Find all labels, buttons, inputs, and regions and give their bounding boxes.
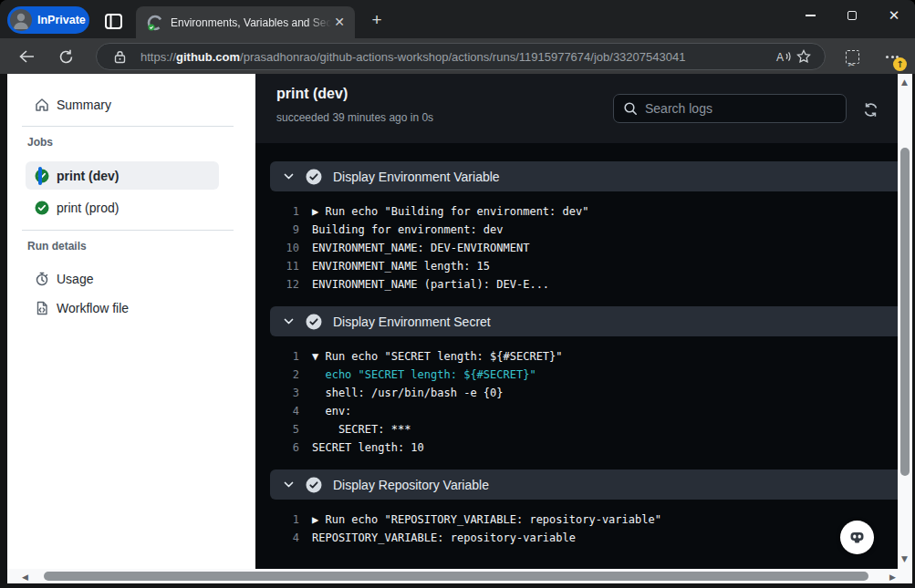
- sidebar-item-summary[interactable]: Summary: [22, 91, 241, 119]
- job-status-text: succeeded 39 minutes ago in 0s: [276, 111, 433, 124]
- step-title: Display Repository Variable: [333, 478, 489, 492]
- close-button[interactable]: ✕: [873, 0, 915, 31]
- profile-avatar-icon: [10, 9, 32, 31]
- log-sections: Display Environment Variable 1 ▶ Run ech…: [270, 161, 898, 560]
- vertical-scrollbar[interactable]: ▲ ▼: [898, 74, 912, 569]
- address-bar[interactable]: https://github.com/prasadhonrao/github-a…: [96, 43, 826, 70]
- line-number[interactable]: 10: [270, 239, 312, 257]
- url-scheme: https://: [140, 50, 176, 64]
- log-line: 9 Building for environment: dev: [270, 221, 898, 239]
- scroll-down-icon[interactable]: ▼: [901, 554, 908, 563]
- maximize-button[interactable]: [831, 0, 873, 31]
- summary-label: Summary: [57, 98, 111, 112]
- horizontal-scrollbar[interactable]: ◀ ▶: [7, 569, 912, 583]
- sidebar-job-print-dev[interactable]: print (dev): [26, 161, 219, 190]
- line-number[interactable]: 4: [270, 402, 312, 420]
- log-header: print (dev) succeeded 39 minutes ago in …: [255, 74, 898, 143]
- usage-label: Usage: [57, 272, 93, 286]
- vertical-scroll-thumb[interactable]: [900, 148, 910, 476]
- log-pane: print (dev) succeeded 39 minutes ago in …: [255, 74, 898, 569]
- line-text: ▶ Run echo "Building for environment: de…: [312, 202, 588, 221]
- job-label: print (prod): [57, 201, 119, 215]
- new-tab-button[interactable]: +: [365, 9, 389, 31]
- tab-title: Environments, Variables and Secre: [171, 16, 331, 29]
- chevron-down-icon[interactable]: [283, 170, 295, 182]
- active-tab[interactable]: Environments, Variables and Secre ✕: [136, 6, 355, 38]
- window-bottom-edge: [0, 583, 915, 588]
- log-line: 5 SECRET: ***: [270, 420, 898, 438]
- inprivate-label: InPrivate: [37, 14, 86, 26]
- jobs-section-label: Jobs: [27, 136, 53, 149]
- scroll-left-icon[interactable]: ◀: [22, 573, 28, 582]
- github-favicon-icon: [147, 15, 163, 31]
- line-text: SECRET: ***: [312, 420, 411, 438]
- line-number[interactable]: 11: [270, 257, 312, 275]
- line-number[interactable]: 6: [270, 438, 312, 457]
- step-header[interactable]: Display Environment Variable: [270, 161, 898, 191]
- inprivate-badge[interactable]: InPrivate: [7, 6, 89, 34]
- line-number[interactable]: 1: [270, 347, 312, 366]
- step-success-check-icon: [306, 169, 322, 185]
- line-number[interactable]: 3: [270, 384, 312, 402]
- step-success-check-icon: [306, 477, 322, 493]
- tab-close-icon[interactable]: ✕: [331, 15, 348, 31]
- stopwatch-icon: [35, 272, 49, 286]
- file-code-icon: [35, 301, 49, 315]
- lock-icon[interactable]: [109, 46, 130, 67]
- svg-text:A: A: [776, 51, 784, 64]
- step-title: Display Environment Secret: [333, 315, 491, 329]
- line-number[interactable]: 9: [270, 221, 312, 239]
- chevron-down-icon[interactable]: [283, 315, 295, 327]
- log-line: 2 echo "SECRET length: ${#SECRET}": [270, 366, 898, 384]
- window-controls: ✕: [789, 0, 915, 31]
- refresh-logs-icon[interactable]: [859, 98, 881, 120]
- web-capture-icon[interactable]: [841, 46, 863, 67]
- log-line: 1 ▶ Run echo "REPOSITORY_VARIABLE: repos…: [270, 511, 898, 529]
- step-lines: 1 ▶ Run echo "Building for environment: …: [270, 191, 898, 306]
- sidebar-item-usage[interactable]: Usage: [22, 265, 241, 293]
- step-title: Display Environment Variable: [333, 170, 500, 184]
- job-label: print (dev): [57, 169, 119, 183]
- tab-actions-icon[interactable]: [101, 11, 125, 31]
- log-line: 11 ENVIRONMENT_NAME length: 15: [270, 257, 898, 275]
- run-details-section-label: Run details: [27, 240, 87, 253]
- url-text: https://github.com/prasadhonrao/github-a…: [140, 50, 774, 64]
- log-line: 6 SECRET length: 10: [270, 438, 898, 457]
- search-logs-input[interactable]: [645, 101, 837, 116]
- log-line: 10 ENVIRONMENT_NAME: DEV-ENVIRONMENT: [270, 239, 898, 257]
- copilot-button[interactable]: [840, 521, 874, 554]
- line-number[interactable]: 1: [270, 202, 312, 221]
- line-number[interactable]: 4: [270, 529, 312, 547]
- step-header[interactable]: Display Repository Variable: [270, 469, 898, 500]
- log-line: 1 ▼ Run echo "SECRET length: ${#SECRET}": [270, 347, 898, 366]
- log-line: 3 shell: /usr/bin/bash -e {0}: [270, 384, 898, 402]
- read-aloud-icon[interactable]: A: [774, 46, 794, 67]
- workflow-file-label: Workflow file: [57, 301, 129, 315]
- sidebar-divider: [22, 126, 234, 127]
- sidebar-job-print-prod[interactable]: print (prod): [26, 193, 219, 222]
- line-number[interactable]: 12: [270, 275, 312, 294]
- line-text: ▶ Run echo "REPOSITORY_VARIABLE: reposit…: [312, 511, 661, 529]
- scroll-right-icon[interactable]: ▶: [889, 573, 896, 582]
- browser-update-badge[interactable]: ↑: [893, 57, 907, 71]
- favorites-star-icon[interactable]: [794, 46, 814, 67]
- line-text: echo "SECRET length: ${#SECRET}": [312, 366, 536, 384]
- address-toolbar: https://github.com/prasadhonrao/github-a…: [0, 38, 915, 74]
- line-number[interactable]: 2: [270, 366, 312, 384]
- horizontal-scroll-thumb[interactable]: [44, 572, 868, 581]
- search-logs-box[interactable]: [613, 94, 847, 123]
- home-icon: [35, 98, 49, 112]
- chevron-down-icon[interactable]: [283, 479, 295, 490]
- back-icon[interactable]: [16, 46, 37, 67]
- scroll-up-icon[interactable]: ▲: [901, 77, 908, 87]
- line-text: ENVIRONMENT_NAME: DEV-ENVIRONMENT: [312, 239, 529, 257]
- step-header[interactable]: Display Environment Secret: [270, 306, 898, 336]
- line-number[interactable]: 1: [270, 511, 312, 529]
- selected-indicator: [38, 167, 42, 185]
- refresh-icon[interactable]: [55, 46, 77, 67]
- line-number[interactable]: 5: [270, 420, 312, 438]
- step-success-check-icon: [306, 314, 322, 330]
- sidebar-item-workflow-file[interactable]: Workflow file: [22, 294, 241, 322]
- minimize-button[interactable]: [789, 0, 831, 31]
- sidebar-divider: [22, 230, 234, 231]
